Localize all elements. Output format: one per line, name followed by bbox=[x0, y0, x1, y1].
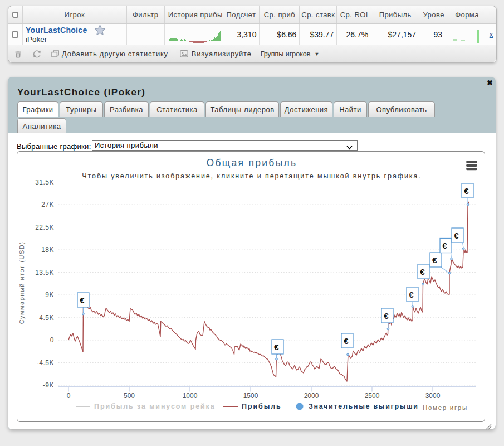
svg-text:-4.5K: -4.5K bbox=[37, 359, 54, 367]
svg-text:1000: 1000 bbox=[183, 392, 198, 400]
svg-text:Общая прибыль: Общая прибыль bbox=[207, 157, 297, 168]
svg-text:1500: 1500 bbox=[243, 392, 258, 400]
svg-text:2500: 2500 bbox=[365, 392, 380, 400]
svg-text:Чтобы увеличить изображение, к: Чтобы увеличить изображение, кликните и … bbox=[82, 172, 421, 180]
svg-text:0: 0 bbox=[50, 336, 54, 344]
svg-text:500: 500 bbox=[124, 392, 135, 400]
svg-text:€: € bbox=[420, 267, 425, 277]
svg-text:€: € bbox=[344, 336, 349, 346]
svg-text:-9K: -9K bbox=[43, 381, 54, 389]
svg-text:Номер игры: Номер игры bbox=[423, 404, 468, 411]
svg-text:€: € bbox=[432, 255, 437, 265]
svg-text:Прибыль: Прибыль bbox=[242, 403, 282, 410]
svg-text:Прибыль за минусом рейка: Прибыль за минусом рейка bbox=[94, 403, 216, 410]
svg-text:31.5K: 31.5K bbox=[35, 178, 54, 186]
svg-text:€: € bbox=[464, 186, 469, 196]
svg-text:€: € bbox=[409, 290, 414, 299]
svg-text:22.5K: 22.5K bbox=[35, 224, 54, 231]
svg-text:13.5K: 13.5K bbox=[35, 269, 54, 277]
svg-text:€: € bbox=[384, 311, 389, 321]
svg-text:27K: 27K bbox=[41, 201, 54, 209]
svg-text:18K: 18K bbox=[41, 246, 54, 254]
svg-text:4.5K: 4.5K bbox=[39, 314, 54, 322]
svg-text:Значительные выигрыши: Значительные выигрыши bbox=[309, 403, 419, 410]
svg-text:€: € bbox=[454, 231, 459, 240]
svg-text:Суммарный итог (USD): Суммарный итог (USD) bbox=[18, 241, 25, 324]
svg-text:€: € bbox=[80, 295, 85, 305]
svg-text:€: € bbox=[442, 241, 447, 250]
svg-text:9K: 9K bbox=[45, 291, 54, 299]
svg-text:3000: 3000 bbox=[425, 392, 441, 400]
svg-text:€: € bbox=[274, 342, 279, 352]
svg-text:2000: 2000 bbox=[304, 392, 319, 400]
svg-text:0: 0 bbox=[67, 392, 71, 400]
